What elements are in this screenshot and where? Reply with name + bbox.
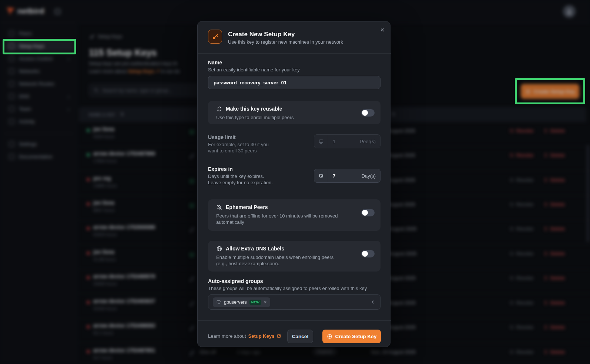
close-icon[interactable]: × [378, 25, 387, 35]
usage-limit-label: Usage limit [208, 134, 236, 140]
usage-limit-input: 1 Peer(s) [314, 134, 381, 148]
annotation-box-create-button [515, 78, 585, 104]
groups-label: Auto-assigned groups [208, 278, 263, 284]
group-tag: gpuservers NEW × [213, 297, 270, 307]
reusable-section: Make this key reusable Use this type to … [208, 101, 381, 124]
reusable-toggle[interactable] [361, 109, 375, 117]
usage-limit-help1: For example, set to 30 if you [208, 142, 269, 147]
dns-labels-help: Enable multiple subdomain labels when en… [216, 254, 338, 267]
create-setup-key-modal: Create New Setup Key Use this key to reg… [197, 21, 390, 347]
alarm-clock-icon [314, 169, 328, 182]
app-root: netbird Peers⌄ Setup Keys⌄ Access Contro… [0, 0, 590, 364]
ephemeral-section: Ephemeral Peers Peers that are offline f… [208, 199, 381, 231]
reusable-title: Make this key reusable [226, 106, 282, 112]
external-link-icon [276, 334, 281, 338]
ephemeral-help: Peers that are offline for over 10 minut… [216, 213, 338, 225]
expires-input[interactable]: 7 Day(s) [314, 169, 381, 183]
setup-key-icon [208, 30, 222, 44]
dns-labels-section: Allow Extra DNS Labels Enable multiple s… [208, 241, 381, 272]
setup-keys-doc-link[interactable]: Setup Keys [248, 333, 275, 339]
dns-labels-title: Allow Extra DNS Labels [226, 246, 284, 252]
expires-help2: Leave empty for no expiration. [208, 180, 273, 185]
expires-label: Expires in [208, 166, 233, 172]
modal-subtitle: Use this key to register new machines in… [228, 39, 343, 45]
ephemeral-toggle[interactable] [361, 209, 375, 216]
new-badge: NEW [249, 300, 261, 305]
name-label: Name [208, 60, 222, 65]
cancel-button[interactable]: Cancel [287, 330, 313, 343]
usage-limit-help2: want to enroll 30 peers [208, 148, 257, 154]
divider [198, 53, 391, 54]
groups-select[interactable]: gpuservers NEW × [208, 294, 381, 310]
globe-icon [216, 246, 222, 252]
usage-limit-placeholder: 1 [328, 139, 360, 144]
expires-help1: Days until the key expires. [208, 173, 264, 179]
ephemeral-title: Ephemeral Peers [226, 204, 268, 210]
reusable-help: Use this type to enroll multiple peers [216, 114, 338, 121]
peers-count-icon [314, 135, 328, 148]
remove-tag-icon[interactable]: × [264, 299, 267, 305]
dns-labels-toggle[interactable] [361, 250, 375, 257]
expires-value[interactable]: 7 [328, 173, 362, 179]
repeat-icon [216, 106, 222, 112]
modal-title: Create New Setup Key [228, 31, 295, 38]
divider [198, 320, 391, 321]
bell-off-icon [216, 204, 222, 210]
footer-learn-more: Learn more about Setup Keys [208, 333, 281, 339]
annotation-box-setup-keys [3, 39, 76, 54]
name-input[interactable]: password_recovery_server_01 [208, 76, 381, 89]
create-setup-key-button[interactable]: Create Setup Key [322, 330, 381, 343]
name-help: Set an easily identifiable name for your… [208, 67, 300, 73]
group-icon [216, 300, 221, 305]
plus-circle-icon [327, 334, 332, 339]
groups-help: These groups will be automatically assig… [208, 286, 367, 291]
select-chevrons-icon [371, 300, 376, 304]
